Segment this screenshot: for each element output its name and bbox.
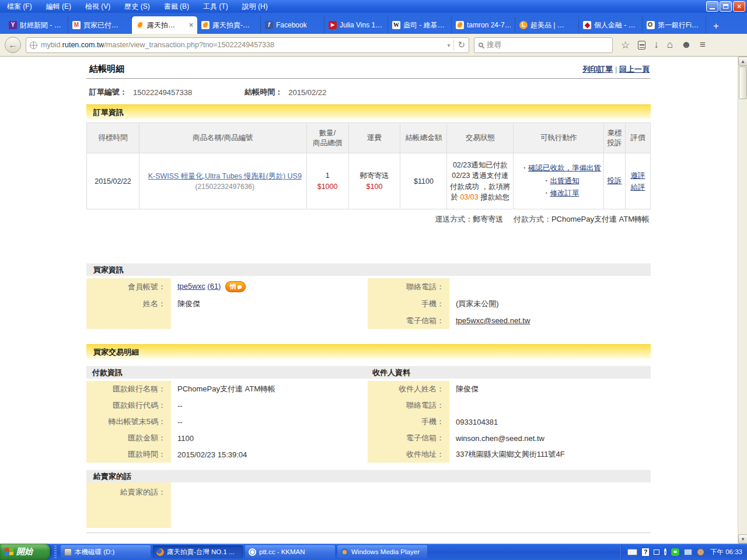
transaction-section-header: 買家交易明細 — [86, 344, 651, 359]
search-box[interactable] — [474, 37, 613, 53]
taskbar-ptt-kkman[interactable]: ptt.cc - KKMAN — [245, 545, 335, 558]
restore-button[interactable] — [720, 1, 732, 12]
header-actions: 可執行動作 — [514, 123, 604, 153]
top-links: 列印訂單 | 回上一頁 — [582, 64, 650, 75]
downloads-icon[interactable]: ↓ — [654, 39, 659, 51]
whisper-badge[interactable]: 悄 — [225, 281, 246, 292]
header-total: 結帳總金額 — [400, 123, 447, 153]
ruten-icon — [456, 21, 464, 29]
firefox-icon — [156, 548, 164, 556]
tab-first-bank[interactable]: 第一銀行Fi… — [643, 16, 706, 34]
mobile-label: 手機： — [368, 299, 449, 309]
print-order-link[interactable]: 列印訂單 — [582, 65, 613, 74]
buyer-account-link[interactable]: tpe5wxc — [177, 282, 205, 290]
new-tab-button[interactable]: + — [708, 19, 724, 34]
url-dropdown-icon[interactable]: ▾ — [447, 42, 450, 48]
bookmark-star-icon[interactable]: ☆ — [621, 39, 630, 51]
give-rating-link[interactable]: 給評 — [626, 181, 650, 193]
home-icon[interactable]: ⌂ — [667, 39, 673, 51]
tab-yahoo-news[interactable]: Y 財經新聞 - … — [5, 16, 68, 34]
url-text[interactable]: mybid.ruten.com.tw/master/view_transacti… — [41, 41, 444, 49]
start-button[interactable]: 開始 — [0, 544, 50, 560]
account-label: 會員帳號： — [86, 282, 171, 292]
tab-ruten-tamron[interactable]: tamron 24-7… — [452, 16, 515, 34]
invite-rating-link[interactable]: 邀評 — [626, 170, 650, 181]
ship-pay-summary: 運送方式：郵寄寄送 付款方式：PChomePay支付連 ATM轉帳 — [86, 209, 651, 225]
table-row: 2015/02/22 K-SWISS 輕量化,Ultra Tubes 慢跑鞋(男… — [87, 153, 651, 209]
menu-view[interactable]: 檢視 (V) — [78, 1, 117, 13]
network-icon[interactable] — [684, 549, 692, 555]
search-icon — [479, 43, 483, 47]
menu-help[interactable]: 說明 (H) — [235, 1, 275, 13]
restore-window-tray-icon[interactable] — [654, 550, 659, 555]
menu-edit[interactable]: 編輯 (E) — [39, 1, 78, 13]
keyboard-layout-icon[interactable] — [627, 549, 637, 555]
bank-name-value: PChomePay支付連 ATM轉帳 — [171, 384, 275, 394]
scroll-down-icon[interactable]: ▼ — [738, 534, 747, 544]
tab-chaomeipin[interactable]: L 超美品 | … — [515, 16, 579, 34]
collapse-tray-icon[interactable]: ‹ — [664, 548, 666, 556]
buyer-email-link[interactable]: tpe5wxc@seed.net.tw — [449, 316, 530, 325]
menu-history[interactable]: 歷史 (S) — [117, 1, 156, 13]
cell-product: K-SWISS 輕量化,Ultra Tubes 慢跑鞋(男款) US9 (215… — [139, 153, 306, 209]
menu-hamburger-icon[interactable]: ≡ — [700, 39, 706, 51]
window-controls: ✕ — [706, 1, 745, 12]
checkout-time-label: 結帳時間： — [245, 87, 282, 97]
header-rating: 評價 — [626, 123, 651, 153]
phone-label: 聯絡電話： — [368, 282, 449, 292]
tray-app-icon[interactable] — [697, 548, 704, 556]
taskbar-clock: 下午 06:33 — [709, 548, 742, 556]
message-label: 給賣家的話： — [86, 487, 171, 528]
tab-wikipedia-ounce[interactable]: W 盎司 - 維基… — [388, 16, 452, 34]
header-status: 交易狀態 — [447, 123, 514, 153]
menu-bookmarks[interactable]: 書籤 (B) — [157, 1, 196, 13]
shipping-notice-link[interactable]: 出貨通知 — [550, 177, 579, 185]
scrollbar-thumb[interactable] — [739, 66, 747, 99]
tab-facebook[interactable]: f Facebook — [261, 16, 324, 34]
hsbc-icon — [583, 21, 591, 29]
header-shipping: 運費 — [348, 123, 400, 153]
cell-status: 02/23通知已付款 02/23 透過支付連付款成功 ，款項將於 03/03 撥… — [447, 153, 514, 209]
menu-file[interactable]: 檔案 (F) — [0, 1, 39, 13]
complaint-link[interactable]: 投訴 — [608, 177, 622, 185]
go-back-link[interactable]: 回上一頁 — [619, 65, 650, 74]
confirm-payment-link[interactable]: 確認已收款，準備出貨 — [528, 164, 601, 172]
reload-icon[interactable]: ↻ — [453, 40, 465, 50]
tab-bar: Y 財經新聞 - … M 買家已付… 露天拍… × 露天拍賣-… f Faceb… — [0, 13, 747, 34]
close-button[interactable]: ✕ — [733, 1, 745, 12]
tab-youtube-julia-vins[interactable]: ▶ Julia Vins 1… — [324, 16, 388, 34]
tab-close-icon[interactable]: × — [189, 21, 193, 29]
tab-ruten-active[interactable]: 露天拍… × — [132, 16, 197, 34]
url-bar[interactable]: mybid.ruten.com.tw/master/view_transacti… — [26, 37, 469, 53]
cell-rating: 邀評 給評 — [626, 153, 651, 209]
back-button[interactable]: ← — [5, 37, 21, 53]
tab-ruten-2[interactable]: 露天拍賣-… — [197, 16, 261, 34]
taskbar-ruten-firefox[interactable]: 露天拍賣-台灣 NO.1 ... — [153, 545, 243, 558]
messenger-icon[interactable]: ☻ — [681, 39, 692, 51]
bookmarks-menu-icon[interactable] — [638, 41, 645, 50]
search-input[interactable] — [487, 41, 592, 49]
buyer-score-link[interactable]: (61) — [207, 282, 221, 290]
email-label: 電子信箱： — [368, 316, 449, 326]
tab-hsbc-personal[interactable]: 個人金融 - … — [579, 16, 643, 34]
recipient-email-value: winson.chen@seed.net.tw — [449, 434, 544, 443]
page-viewport: 結帳明細 列印訂單 | 回上一頁 訂單編號： 15022249457338 結帳… — [0, 57, 738, 544]
vertical-scrollbar[interactable]: ▲ ▼ — [738, 57, 747, 544]
line-messenger-icon[interactable] — [671, 548, 679, 556]
modify-order-link[interactable]: 修改訂單 — [550, 189, 579, 197]
site-identity-icon[interactable] — [30, 41, 37, 49]
order-info-section-header: 訂單資訊 — [86, 104, 651, 119]
payout-date: 03/03 — [460, 193, 478, 201]
payment-info-title: 付款資訊 — [86, 366, 368, 379]
help-tray-icon[interactable]: ? — [642, 548, 649, 556]
product-link[interactable]: K-SWISS 輕量化,Ultra Tubes 慢跑鞋(男款) US9 — [144, 172, 306, 181]
taskbar-wmp[interactable]: Windows Media Player — [337, 545, 427, 558]
menu-bar: 檔案 (F) 編輯 (E) 檢視 (V) 歷史 (S) 書籤 (B) 工具 (T… — [0, 0, 747, 13]
taskbar-separator — [54, 545, 57, 558]
tab-gmail-buyer-paid[interactable]: M 買家已付… — [68, 16, 132, 34]
menu-tools[interactable]: 工具 (T) — [196, 1, 235, 13]
yahoo-icon: Y — [9, 21, 17, 29]
scroll-up-icon[interactable]: ▲ — [738, 57, 747, 66]
taskbar-local-disk[interactable]: 本機磁碟 (D:) — [61, 545, 151, 558]
minimize-button[interactable] — [706, 1, 718, 12]
